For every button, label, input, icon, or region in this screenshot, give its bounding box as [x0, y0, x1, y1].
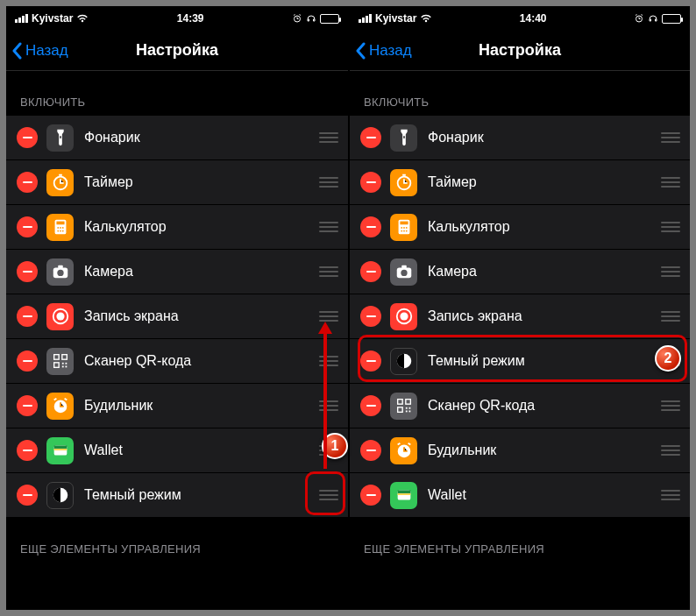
- drag-handle[interactable]: [316, 443, 341, 458]
- timer-icon: [390, 169, 417, 196]
- remove-button[interactable]: [360, 261, 381, 282]
- control-label: Фонарик: [84, 130, 316, 145]
- alarm-icon: [46, 393, 74, 420]
- qr-icon: [390, 393, 417, 420]
- wifi-icon: [420, 14, 432, 23]
- control-row[interactable]: Wallet: [350, 473, 690, 518]
- remove-button[interactable]: [17, 261, 38, 282]
- control-row[interactable]: Запись экрана: [350, 294, 690, 339]
- svg-rect-13: [58, 266, 63, 269]
- svg-point-33: [401, 227, 402, 229]
- minus-icon: [23, 226, 32, 228]
- minus-icon: [23, 271, 32, 273]
- wallet-icon: [46, 437, 74, 464]
- timer-icon: [46, 169, 74, 196]
- minus-icon: [366, 137, 376, 138]
- drag-handle[interactable]: [658, 353, 683, 369]
- drag-handle[interactable]: [658, 487, 683, 503]
- drag-handle[interactable]: [316, 174, 341, 190]
- drag-handle[interactable]: [658, 130, 683, 145]
- carrier-label: Kyivstar: [375, 12, 416, 25]
- remove-button[interactable]: [17, 216, 38, 237]
- remove-button[interactable]: [360, 172, 381, 193]
- calc-icon: [390, 214, 417, 241]
- svg-point-40: [401, 270, 407, 276]
- svg-rect-18: [53, 363, 58, 368]
- svg-point-43: [400, 312, 408, 320]
- control-row[interactable]: Таймер: [350, 160, 690, 205]
- svg-rect-22: [65, 366, 67, 368]
- drag-handle[interactable]: [658, 219, 683, 235]
- drag-handle[interactable]: [658, 308, 683, 324]
- remove-button[interactable]: [17, 440, 38, 461]
- control-row[interactable]: Камера: [6, 250, 348, 294]
- svg-rect-19: [61, 363, 63, 365]
- remove-button[interactable]: [17, 395, 38, 416]
- drag-handle[interactable]: [316, 398, 341, 414]
- darkmode-icon: [390, 348, 417, 375]
- back-button[interactable]: Назад: [11, 31, 68, 70]
- drag-handle[interactable]: [316, 487, 341, 503]
- svg-rect-47: [397, 407, 402, 413]
- phone-left: Kyivstar 14:39 Назад Настройка ВКЛЮЧИТЬ …: [6, 6, 348, 610]
- clock-label: 14:39: [177, 12, 204, 25]
- drag-handle[interactable]: [658, 264, 683, 280]
- svg-point-5: [57, 227, 59, 229]
- control-row[interactable]: Фонарик: [6, 116, 348, 160]
- svg-rect-50: [405, 411, 407, 413]
- remove-button[interactable]: [17, 127, 38, 148]
- section-header-include: ВКЛЮЧИТЬ: [350, 71, 690, 116]
- drag-handle[interactable]: [316, 308, 341, 324]
- drag-handle[interactable]: [316, 264, 341, 280]
- remove-button[interactable]: [360, 127, 381, 148]
- control-row[interactable]: Камера: [350, 250, 690, 294]
- minus-icon: [366, 405, 376, 407]
- remove-button[interactable]: [360, 306, 381, 327]
- drag-handle[interactable]: [316, 219, 341, 235]
- controls-list: ФонарикТаймерКалькуляторКамераЗапись экр…: [6, 116, 348, 518]
- control-label: Фонарик: [428, 130, 658, 145]
- drag-handle[interactable]: [658, 174, 683, 190]
- control-row[interactable]: Таймер: [6, 160, 348, 205]
- phone-right: Kyivstar 14:40 Назад Настройка ВКЛЮЧИТЬ …: [348, 6, 690, 610]
- drag-handle[interactable]: [658, 398, 683, 414]
- drag-handle[interactable]: [316, 353, 341, 369]
- remove-button[interactable]: [17, 350, 38, 372]
- control-row[interactable]: Сканер QR-кода: [350, 384, 690, 428]
- flashlight-icon: [46, 124, 74, 152]
- control-row[interactable]: Калькулятор: [350, 205, 690, 250]
- control-row[interactable]: Калькулятор: [6, 205, 348, 250]
- headphones-icon: [306, 13, 316, 24]
- minus-icon: [366, 315, 376, 317]
- darkmode-icon: [46, 482, 74, 509]
- minus-icon: [23, 405, 32, 407]
- flashlight-icon: [390, 124, 417, 152]
- control-row[interactable]: Темный режим: [350, 339, 690, 384]
- remove-button[interactable]: [360, 350, 381, 372]
- remove-button[interactable]: [17, 172, 38, 193]
- control-row[interactable]: Будильник: [350, 428, 690, 473]
- control-row[interactable]: Фонарик: [350, 116, 690, 160]
- svg-point-15: [56, 312, 64, 320]
- remove-button[interactable]: [17, 485, 38, 506]
- control-row[interactable]: Запись экрана: [6, 294, 348, 339]
- remove-button[interactable]: [360, 216, 381, 237]
- back-button[interactable]: Назад: [355, 31, 412, 70]
- remove-button[interactable]: [360, 485, 381, 506]
- remove-button[interactable]: [17, 306, 38, 327]
- control-row[interactable]: Темный режим: [6, 473, 348, 518]
- svg-rect-25: [53, 446, 67, 450]
- drag-handle[interactable]: [658, 443, 683, 458]
- svg-rect-46: [405, 400, 410, 405]
- control-row[interactable]: Сканер QR-кода: [6, 339, 348, 384]
- section-header-more: ЕЩЕ ЭЛЕМЕНТЫ УПРАВЛЕНИЯ: [6, 518, 348, 563]
- remove-button[interactable]: [360, 440, 381, 461]
- drag-handle[interactable]: [316, 130, 341, 145]
- svg-rect-20: [65, 363, 67, 365]
- remove-button[interactable]: [360, 395, 381, 416]
- svg-rect-29: [403, 136, 405, 138]
- control-row[interactable]: Wallet: [6, 428, 348, 473]
- battery-icon: [320, 14, 339, 24]
- control-label: Таймер: [428, 174, 658, 190]
- control-row[interactable]: Будильник: [6, 384, 348, 428]
